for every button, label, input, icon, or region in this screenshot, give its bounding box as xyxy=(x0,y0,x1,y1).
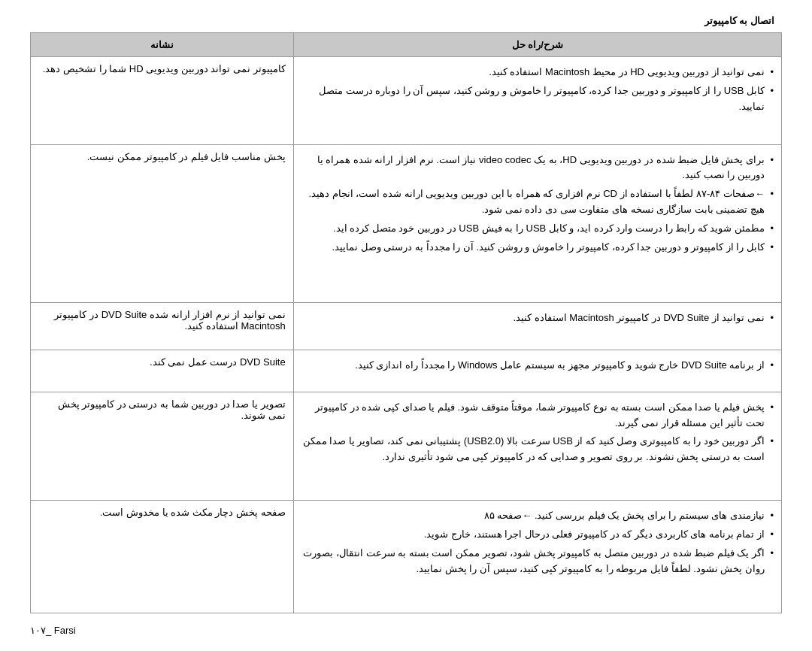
header-symptom: نشانه xyxy=(31,33,294,57)
row-symptom-0: کامپیوتر نمی تواند دوربین ویدیویی HD شما… xyxy=(31,57,294,145)
row-symptom-1: پخش مناسب فایل فیلم در کامپیوتر ممکن نیس… xyxy=(31,144,294,303)
row-description-0: نمی توانید از دوربین ویدیویی HD در محیط … xyxy=(293,57,781,145)
table-row: از برنامه DVD Suite خارج شوید و کامپیوتر… xyxy=(31,350,782,392)
row-symptom-3: DVD Suite درست عمل نمی کند. xyxy=(31,350,294,392)
header-description: شرح/راه حل xyxy=(293,33,781,57)
table-row: نمی توانید از دوربین ویدیویی HD در محیط … xyxy=(31,57,782,145)
bullet-item: برای پخش فایل ضبط شده در دوربین ویدیویی … xyxy=(301,151,774,186)
table-row: پخش فیلم یا صدا ممکن است بسته به نوع کام… xyxy=(31,392,782,500)
table-row: نیازمندی های سیستم را برای پخش یک فیلم ب… xyxy=(31,501,782,613)
bullet-item: نمی توانید از دوربین ویدیویی HD در محیط … xyxy=(301,63,774,82)
bullet-item: ←صفحات ۸۴-۸۷ لطفاً با استفاده از CD نرم … xyxy=(301,185,774,220)
row-description-3: از برنامه DVD Suite خارج شوید و کامپیوتر… xyxy=(293,350,781,392)
row-description-2: نمی توانید از DVD Suite در کامپیوتر Maci… xyxy=(293,303,781,350)
bullet-item: پخش فیلم یا صدا ممکن است بسته به نوع کام… xyxy=(301,398,774,433)
row-symptom-5: صفحه پخش دچار مکث شده یا مخدوش است. xyxy=(31,501,294,613)
table-row: نمی توانید از DVD Suite در کامپیوتر Maci… xyxy=(31,303,782,350)
bullet-item: نیازمندی های سیستم را برای پخش یک فیلم ب… xyxy=(301,507,774,525)
main-table: شرح/راه حل نشانه نمی توانید از دوربین وی… xyxy=(30,32,782,613)
bullet-item: نمی توانید از DVD Suite در کامپیوتر Maci… xyxy=(301,309,774,328)
table-row: برای پخش فایل ضبط شده در دوربین ویدیویی … xyxy=(31,144,782,303)
row-symptom-2: نمی توانید از نرم افزار ارانه شده DVD Su… xyxy=(31,303,294,350)
bullet-item: از برنامه DVD Suite خارج شوید و کامپیوتر… xyxy=(301,356,774,375)
page-title: اتصال به کامپیوتر xyxy=(30,15,782,26)
bullet-item: اگر دوربین خود را به کامپیوتری وصل کنید … xyxy=(301,432,774,467)
page-container: اتصال به کامپیوتر شرح/راه حل نشانه نمی ت… xyxy=(0,0,812,651)
row-description-5: نیازمندی های سیستم را برای پخش یک فیلم ب… xyxy=(293,501,781,613)
bullet-item: اگر یک فیلم ضبط شده در دوربین متصل به کا… xyxy=(301,544,774,579)
bullet-item: از تمام برنامه های کاربردی دیگر که در کا… xyxy=(301,525,774,544)
row-symptom-4: تصویر یا صدا در دوربین شما به درستی در ک… xyxy=(31,392,294,500)
row-description-4: پخش فیلم یا صدا ممکن است بسته به نوع کام… xyxy=(293,392,781,500)
bullet-item: کابل USB را از کامپیوتر و دوربین جدا کرد… xyxy=(301,82,774,117)
bullet-item: مطمئن شوید که رابط را درست وارد کرده اید… xyxy=(301,220,774,238)
bullet-item: کابل را از کامپیوتر و دوربین جدا کرده، ک… xyxy=(301,238,774,257)
footer: ۱۰۷_ Farsi xyxy=(30,625,782,636)
row-description-1: برای پخش فایل ضبط شده در دوربین ویدیویی … xyxy=(293,144,781,303)
